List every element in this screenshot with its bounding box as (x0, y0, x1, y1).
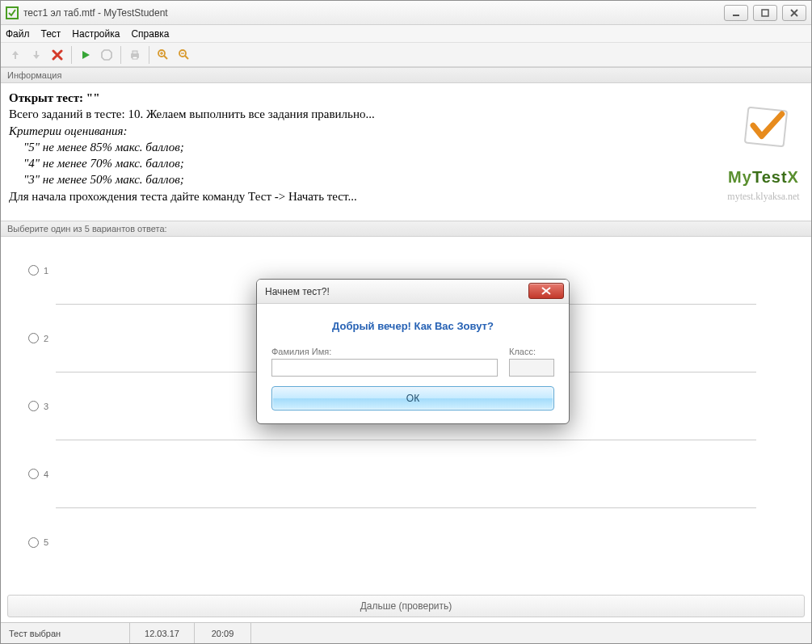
logo-my: My (728, 168, 752, 186)
answer-radio-4[interactable] (28, 469, 39, 479)
separator (149, 46, 149, 64)
menu-test[interactable]: Тест (41, 28, 61, 40)
arrow-down-icon[interactable] (27, 45, 46, 65)
answer-number: 5 (44, 537, 48, 547)
criteria-label: Критерии оценивания: (9, 124, 128, 137)
svg-line-7 (164, 56, 167, 59)
print-icon[interactable] (125, 45, 145, 65)
logo-x: X (788, 168, 799, 186)
name-input[interactable] (271, 359, 498, 377)
toolbar (1, 43, 811, 67)
total-tasks-line: Всего заданий в тесте: 10. Желаем выполн… (9, 106, 803, 122)
app-window: тест1 эл таб.mtf - MyTestStudent Файл Те… (0, 0, 812, 644)
answer-row[interactable]: 5 (56, 508, 756, 576)
window-title: тест1 эл таб.mtf - MyTestStudent (23, 7, 168, 19)
criteria-3: "3" не менее 50% макс. баллов; (23, 173, 184, 186)
maximize-button[interactable] (753, 5, 777, 21)
ok-button[interactable]: ОК (271, 386, 554, 410)
answer-number: 3 (44, 402, 48, 411)
svg-marker-2 (102, 50, 111, 60)
next-button[interactable]: Дальше (проверить) (7, 595, 805, 617)
dialog-close-button[interactable] (528, 283, 564, 299)
menu-bar: Файл Тест Настройка Справка (1, 25, 811, 43)
opened-test-label: Открыт тест: "" (9, 91, 100, 104)
app-logo: MyTestX mytest.klyaksa.net (727, 106, 800, 203)
svg-rect-4 (133, 51, 137, 54)
status-time: 20:09 (195, 623, 251, 643)
answer-radio-3[interactable] (28, 401, 39, 411)
menu-file[interactable]: Файл (6, 28, 30, 40)
minimize-button[interactable] (724, 5, 748, 21)
answer-radio-1[interactable] (28, 265, 39, 276)
answer-row[interactable]: 4 (56, 440, 756, 508)
answer-number: 2 (44, 334, 48, 343)
answers-header: Выберите один из 5 вариантов ответа: (1, 221, 811, 237)
info-panel: Открыт тест: "" Всего заданий в тесте: 1… (1, 83, 811, 221)
answer-radio-5[interactable] (28, 537, 39, 548)
status-bar: Тест выбран 12.03.17 20:09 (1, 622, 811, 643)
name-label: Фамилия Имя: (271, 347, 498, 356)
menu-settings[interactable]: Настройка (72, 28, 120, 40)
start-test-dialog: Начнем тест?! Добрый вечер! Как Вас Зову… (256, 279, 570, 424)
answer-number: 1 (44, 266, 48, 276)
class-label: Класс: (509, 347, 554, 356)
status-state: Тест выбран (1, 623, 130, 643)
dialog-greeting: Добрый вечер! Как Вас Зовут? (271, 320, 554, 332)
criteria-4: "4" не менее 70% макс. баллов; (23, 157, 184, 170)
dialog-title-bar: Начнем тест?! (257, 280, 569, 304)
criteria-5: "5" не менее 85% макс. баллов; (23, 141, 184, 154)
play-icon[interactable] (76, 45, 95, 65)
menu-help[interactable]: Справка (131, 28, 169, 40)
answer-radio-2[interactable] (28, 333, 39, 343)
svg-rect-1 (762, 10, 768, 16)
dialog-title: Начнем тест?! (265, 286, 330, 297)
zoom-out-icon[interactable] (175, 45, 194, 65)
close-button[interactable] (782, 5, 806, 21)
app-icon (6, 6, 19, 19)
stop-icon[interactable] (97, 45, 116, 65)
status-date: 12.03.17 (130, 623, 195, 643)
svg-line-11 (185, 56, 188, 59)
separator (71, 46, 72, 64)
title-bar: тест1 эл таб.mtf - MyTestStudent (1, 1, 811, 25)
status-spacer (251, 623, 811, 643)
logo-test: Test (752, 168, 788, 186)
zoom-in-icon[interactable] (154, 45, 173, 65)
arrow-up-icon[interactable] (6, 45, 25, 65)
start-hint: Для начала прохождения теста дайте коман… (9, 188, 803, 204)
logo-url: mytest.klyaksa.net (727, 190, 800, 203)
info-header: Информация (1, 67, 811, 83)
class-input[interactable] (509, 359, 554, 377)
svg-rect-5 (133, 57, 137, 59)
answer-number: 4 (44, 469, 48, 479)
separator (120, 46, 121, 64)
delete-icon[interactable] (48, 45, 67, 65)
